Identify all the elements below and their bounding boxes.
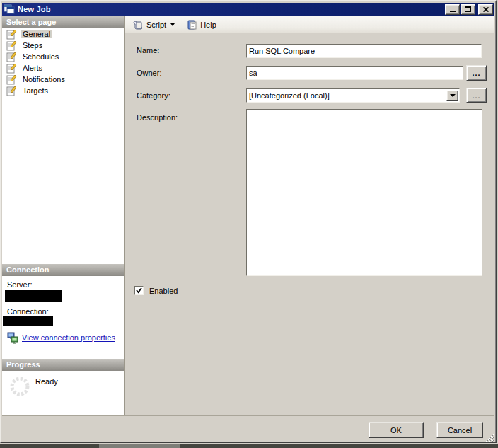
page-icon xyxy=(6,28,17,40)
footer-divider xyxy=(2,415,494,416)
minimize-icon xyxy=(450,11,456,12)
connection-properties-icon xyxy=(7,332,19,344)
sidebar-item-steps[interactable]: Steps xyxy=(2,40,124,51)
titlebar[interactable]: New Job xyxy=(2,3,494,16)
script-dropdown-arrow-icon xyxy=(170,23,175,26)
window-title: New Job xyxy=(18,5,51,13)
progress-status: Ready xyxy=(35,377,58,386)
help-button[interactable]: Help xyxy=(183,18,220,32)
sidebar-item-label: Steps xyxy=(21,41,44,50)
name-label: Name: xyxy=(137,46,159,54)
maximize-button[interactable] xyxy=(461,4,475,15)
sidebar-item-label: Alerts xyxy=(21,64,44,72)
connection-value-redacted xyxy=(3,316,53,326)
select-a-page-header: Select a page xyxy=(2,16,124,28)
panel-divider xyxy=(124,16,125,415)
category-dropdown-button[interactable] xyxy=(446,90,458,101)
enabled-label: Enabled xyxy=(149,287,178,295)
sidebar-item-label: Targets xyxy=(21,86,50,95)
script-button-label: Script xyxy=(146,21,166,29)
cancel-button[interactable]: Cancel xyxy=(436,422,483,438)
description-textarea[interactable] xyxy=(246,109,482,276)
page-icon xyxy=(6,62,17,74)
page-list: General Steps Schedules Alerts Notificat… xyxy=(2,28,124,264)
sidebar-item-label: General xyxy=(21,30,52,38)
category-selected-value: [Uncategorized (Local)] xyxy=(249,91,330,100)
category-dropdown[interactable]: [Uncategorized (Local)] xyxy=(246,88,460,103)
category-label: Category: xyxy=(137,91,170,100)
owner-label: Owner: xyxy=(137,69,161,77)
sidebar-item-targets[interactable]: Targets xyxy=(2,85,124,96)
desktop-strip xyxy=(0,444,498,448)
maximize-icon xyxy=(465,6,471,12)
owner-input[interactable] xyxy=(246,66,463,80)
toolbar: Script Help xyxy=(125,16,494,33)
page-icon xyxy=(6,51,17,62)
page-icon xyxy=(6,74,17,85)
server-label: Server: xyxy=(7,280,32,289)
sidebar-item-general[interactable]: General xyxy=(2,28,124,40)
script-icon xyxy=(132,19,144,30)
page-icon xyxy=(6,85,17,96)
view-connection-properties-link[interactable]: View connection properties xyxy=(22,333,115,342)
script-button[interactable]: Script xyxy=(129,18,178,32)
minimize-button[interactable] xyxy=(445,4,460,15)
progress-header: Progress xyxy=(2,359,124,371)
category-browse-button[interactable]: ... xyxy=(466,88,487,103)
owner-browse-button[interactable]: ... xyxy=(466,65,487,81)
sidebar-item-alerts[interactable]: Alerts xyxy=(2,62,124,74)
screen: New Job Select a page General Steps Sche… xyxy=(0,0,498,448)
description-label: Description: xyxy=(137,113,178,122)
progress-spinner-icon xyxy=(9,376,30,397)
sidebar-item-notifications[interactable]: Notifications xyxy=(2,74,124,85)
checkmark-icon xyxy=(136,287,142,294)
chevron-down-icon xyxy=(450,94,456,97)
resize-grip[interactable] xyxy=(484,431,494,442)
close-button[interactable] xyxy=(478,4,493,15)
sidebar-item-schedules[interactable]: Schedules xyxy=(2,51,124,62)
titlebar-buttons xyxy=(445,4,493,15)
help-icon xyxy=(186,19,197,30)
name-input[interactable] xyxy=(246,44,482,58)
page-icon xyxy=(6,40,17,51)
ok-button[interactable]: OK xyxy=(369,422,424,438)
sidebar-item-label: Notifications xyxy=(21,75,66,84)
help-button-label: Help xyxy=(200,21,216,29)
desktop-strip-highlight xyxy=(99,444,180,448)
close-icon xyxy=(483,7,489,12)
server-value-redacted xyxy=(5,290,62,302)
connection-label: Connection: xyxy=(7,307,49,316)
sidebar-item-label: Schedules xyxy=(21,52,60,61)
enabled-checkbox[interactable] xyxy=(134,286,144,295)
connection-header: Connection xyxy=(2,264,124,276)
window-icon xyxy=(4,4,15,14)
